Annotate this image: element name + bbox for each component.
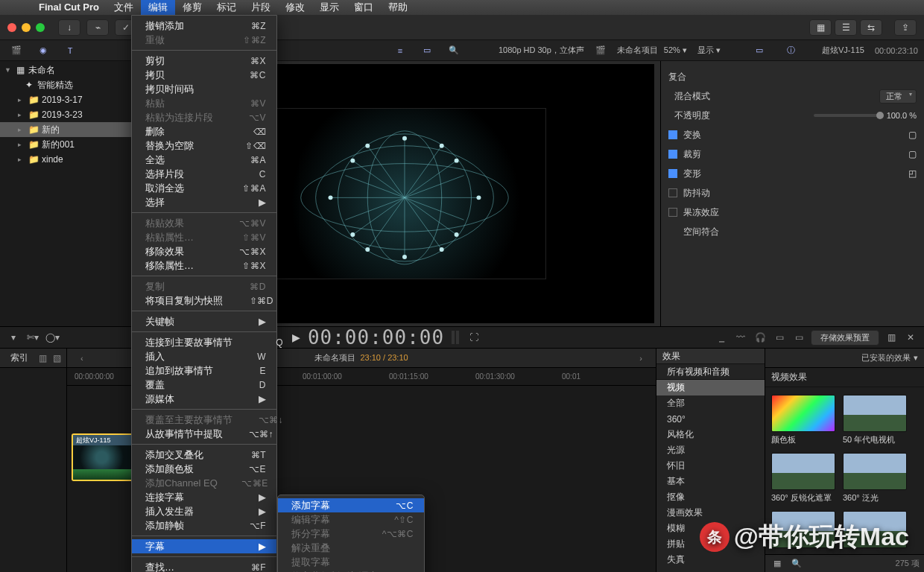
share-button[interactable]: ⇪ [894,19,917,36]
menu-item[interactable]: 插入发生器▶ [132,504,276,518]
close-panel-icon[interactable]: ✕ [903,331,918,344]
inspector-transform[interactable]: 变换▢ [668,125,917,144]
reset-icon[interactable]: ◰ [908,168,917,179]
solo-icon[interactable]: 🎧 [753,331,768,344]
snap-icon[interactable]: ▭ [772,331,787,344]
menu-item[interactable]: 撤销添加⌘Z [132,19,276,33]
menu-item[interactable]: 替换为空隙⇧⌫ [132,139,276,153]
menu-item[interactable]: 连接到主要故事情节Q [132,335,276,349]
menu-item[interactable]: 拷贝⌘C [132,68,276,82]
photos-icon[interactable]: ◉ [33,43,54,58]
menu-item[interactable]: 剪切⌘X [132,54,276,68]
inspector-stabilize[interactable]: 防抖动 [668,183,917,203]
sidebar-item[interactable]: ▸📁新的 [0,122,133,137]
menu-file[interactable]: 文件 [107,0,141,15]
library-icon[interactable]: 🎬 [6,43,27,58]
audio-skim-icon[interactable]: 〰 [733,331,748,344]
fx-category[interactable]: 全部 [656,395,765,411]
sidebar-item[interactable]: ▸📁新的001 [0,137,133,152]
skimming-icon[interactable]: ⎯ [714,331,729,344]
fullscreen-icon[interactable]: ⛶ [466,331,481,344]
menu-item[interactable]: 连接字幕▶ [132,490,276,504]
close-window-icon[interactable] [7,23,16,32]
fx-category[interactable]: 光源 [656,442,765,458]
layout-options-icon[interactable]: ⇆ [860,19,882,36]
fx-category[interactable]: 360° [656,411,765,427]
index-tab[interactable]: 索引 [6,350,33,366]
menu-item[interactable]: 插入W [132,349,276,363]
tool-trim-icon[interactable]: ✄▾ [25,331,40,344]
rolling-checkbox[interactable] [668,208,677,217]
fx-tree-subheader[interactable]: 所有视频和音频 [656,364,765,380]
zoom-window-icon[interactable] [36,23,45,32]
fx-category[interactable]: 风格化 [656,427,765,442]
menu-item[interactable]: 添加颜色板⌥E [132,462,276,476]
menu-item[interactable]: 全选⌘A [132,153,276,167]
menu-item[interactable]: 取消全选⇧⌘A [132,181,276,195]
distort-checkbox[interactable] [668,169,677,178]
reset-icon[interactable]: ▢ [908,149,917,159]
inspector-spatial[interactable]: 空间符合 [668,222,917,241]
reset-icon[interactable]: ▢ [908,130,917,140]
effect-item[interactable]: 颜色板 [771,395,835,445]
search-icon[interactable]: 🔍 [443,43,464,58]
menu-item[interactable]: 添加静帧⌥F [132,518,276,533]
keyword-button[interactable]: ⌁ [86,19,109,36]
installed-effects-popup[interactable]: 已安装的效果 ▾ [861,352,918,363]
inspector-opacity[interactable]: 不透明度 100.0 % [668,106,917,125]
sidebar-item[interactable]: ▸📁2019-3-23 [0,107,133,122]
play-button[interactable]: ▶ [292,331,300,343]
menu-item[interactable]: 字幕▶ [132,539,276,553]
filter-icon[interactable]: ≡ [390,43,411,58]
library-root[interactable]: ▼▦ 未命名 [0,63,133,77]
menu-item[interactable]: 追加到故事情节E [132,363,276,378]
effects-toggle-icon[interactable]: ▥ [884,331,899,344]
fx-category[interactable]: 失真 [656,552,765,568]
menu-item[interactable]: 添加字幕⌥C [278,498,424,512]
menu-item[interactable]: 拷贝时间码 [132,82,276,96]
menu-item[interactable]: 选择片段C [132,167,276,181]
menu-help[interactable]: 帮助 [381,0,415,15]
effect-item[interactable]: 360° 反锐化遮罩 [771,453,835,503]
index-icon-2[interactable]: ▧ [53,353,61,363]
layout-list-icon[interactable]: ☰ [835,19,857,36]
opacity-slider[interactable] [814,114,881,117]
effect-item[interactable]: 360° 泛光 [843,453,907,503]
sidebar-item[interactable]: ✦智能精选 [0,77,133,92]
inspector-crop[interactable]: 裁剪▢ [668,144,917,164]
inspector-distort[interactable]: 变形◰ [668,164,917,183]
save-effects-preset-button[interactable]: 存储效果预置 [811,330,879,346]
inspector-rolling[interactable]: 果冻效应 [668,203,917,222]
menu-item[interactable]: 源媒体▶ [132,392,276,406]
menu-modify[interactable]: 修改 [278,0,312,15]
fx-category[interactable]: 基本 [656,474,765,489]
menu-item[interactable]: 查找…⌘F [132,560,276,572]
stabilize-checkbox[interactable] [668,188,677,197]
sidebar-item[interactable]: ▸📁xinde [0,152,133,167]
menu-item[interactable]: 关键帧▶ [132,314,276,328]
menu-view[interactable]: 显示 [312,0,346,15]
clip-appearance-icon[interactable]: ▭ [417,43,437,58]
tool-retime-icon[interactable]: ◯▾ [45,331,60,344]
index-icon[interactable]: ▥ [39,353,47,363]
menu-window[interactable]: 窗口 [346,0,381,15]
fx-category[interactable]: 抠像 [656,489,765,505]
minimize-window-icon[interactable] [22,23,31,32]
menu-item[interactable]: 选择▶ [132,195,276,209]
inspector-video-icon[interactable]: ▭ [749,43,770,58]
tool-select-icon[interactable]: ▾ [6,331,21,344]
blend-mode-select[interactable]: 正常 [879,89,917,104]
fx-category[interactable]: 视频 [656,380,765,395]
menu-trim[interactable]: 修剪 [175,0,209,15]
menu-mark[interactable]: 标记 [209,0,244,15]
loop-icon[interactable]: ▭ [791,331,806,344]
view-menu-button[interactable]: 显示 ▾ [697,45,721,56]
menu-item[interactable]: 移除效果⌥⌘X [132,244,276,258]
timeline-next[interactable]: › [632,354,650,363]
fx-search-icon[interactable]: 🔍 [789,557,804,571]
menu-clip[interactable]: 片段 [244,0,278,15]
menu-item[interactable]: 覆盖D [132,378,276,392]
effect-item[interactable]: 50 年代电视机 [843,395,907,445]
transform-checkbox[interactable] [668,130,677,139]
main-timecode[interactable]: 00:00:00:00 [308,326,444,349]
